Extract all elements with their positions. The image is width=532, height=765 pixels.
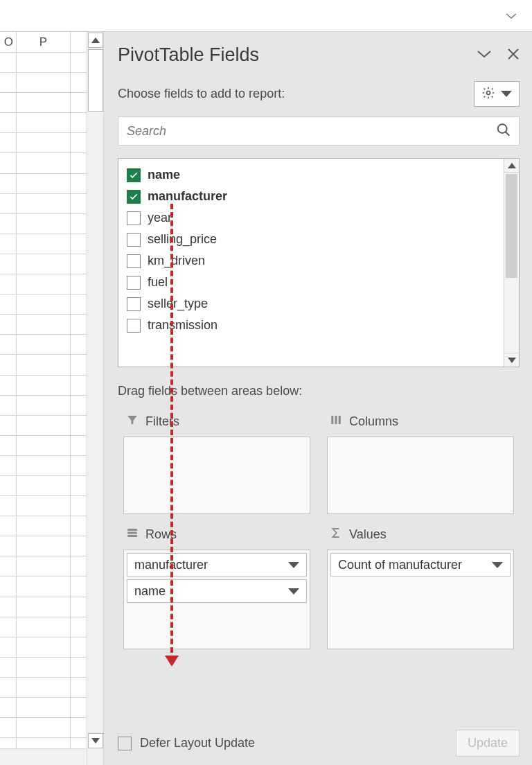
worksheet-area[interactable]: O P [0,32,104,765]
pane-title: PivotTable Fields [118,44,259,66]
checkbox-icon [127,276,141,290]
defer-layout-checkbox[interactable]: Defer Layout Update [118,736,255,750]
rows-area: Rows manufacturername [118,521,316,656]
checkbox-icon [127,190,141,204]
pivottable-fields-pane: PivotTable Fields Choose fields to add t… [104,32,532,765]
fields-scrollbar[interactable] [504,159,519,367]
checkbox-icon [127,319,141,333]
checkbox-icon [127,297,141,311]
row-pill-manufacturer[interactable]: manufacturer [127,553,307,577]
filters-dropzone[interactable] [123,437,310,514]
fields-scroll-thumb[interactable] [506,174,517,278]
pane-subtitle: Choose fields to add to report: [118,87,285,101]
rows-dropzone[interactable]: manufacturername [123,549,310,649]
filters-label: Filters [145,414,179,429]
fields-list[interactable]: namemanufactureryearselling_pricekm_driv… [118,159,504,367]
field-item-km_driven[interactable]: km_driven [123,250,499,272]
rows-label: Rows [145,527,177,542]
field-item-name[interactable]: name [123,164,499,186]
svg-rect-3 [331,416,333,424]
chevron-down-icon [288,588,299,595]
field-item-fuel[interactable]: fuel [123,272,499,293]
chevron-down-icon [501,91,512,97]
svg-point-0 [487,91,490,95]
pane-collapse-button[interactable] [477,49,492,61]
rows-icon [126,527,139,543]
field-item-selling_price[interactable]: selling_price [123,229,499,250]
columns-dropzone[interactable] [327,437,514,514]
svg-rect-8 [127,535,137,537]
columns-area: Columns [321,408,520,521]
field-label: seller_type [148,297,208,311]
pill-label: name [134,584,166,599]
field-label: transmission [148,318,218,333]
svg-line-2 [506,132,510,136]
field-label: selling_price [148,232,217,247]
column-header-o[interactable]: O [0,32,17,52]
fields-scroll-up[interactable] [504,159,519,173]
search-input[interactable] [118,116,520,146]
vertical-scrollbar[interactable] [87,32,103,765]
columns-label: Columns [349,414,398,429]
vscroll-down-button[interactable] [88,733,103,748]
chevron-down-icon [288,562,299,568]
field-label: name [148,168,180,182]
pill-label: Count of manufacturer [338,558,462,572]
filters-area: Filters [118,408,316,521]
field-item-manufacturer[interactable]: manufacturer [123,186,499,207]
checkbox-icon [127,233,141,247]
field-label: km_driven [148,254,205,268]
row-pill-name[interactable]: name [127,579,307,603]
search-icon [496,123,511,140]
filter-icon [126,414,139,430]
value-pill[interactable]: Count of manufacturer [330,553,511,577]
svg-point-1 [498,124,507,133]
gear-icon [481,86,495,102]
field-item-year[interactable]: year [123,207,499,229]
svg-rect-5 [339,416,341,424]
field-label: year [148,211,172,225]
pill-label: manufacturer [134,558,208,572]
ribbon-bar [0,0,532,32]
grid-rows[interactable] [0,53,87,765]
column-header-p[interactable]: P [17,32,71,52]
checkbox-icon [127,168,141,182]
checkbox-icon [127,254,141,268]
svg-rect-7 [127,532,137,534]
drag-areas-label: Drag fields between areas below: [118,384,520,398]
chevron-down-icon [492,562,503,568]
pane-settings-button[interactable] [474,81,520,107]
vscroll-thumb[interactable] [88,49,103,112]
field-item-transmission[interactable]: transmission [123,315,499,336]
values-label: Values [349,527,387,542]
svg-rect-4 [335,416,337,424]
sigma-icon [330,527,342,543]
update-button: Update [456,730,520,757]
defer-layout-label: Defer Layout Update [140,736,255,750]
values-area: Values Count of manufacturer [321,521,520,656]
ribbon-collapse-button[interactable] [506,12,517,19]
checkbox-icon [127,211,141,225]
fields-scroll-down[interactable] [504,353,519,367]
field-label: fuel [148,275,168,290]
field-label: manufacturer [148,189,227,204]
vscroll-up-button[interactable] [88,33,103,48]
svg-rect-6 [127,529,137,531]
columns-icon [330,414,342,430]
pane-close-button[interactable] [507,48,520,62]
values-dropzone[interactable]: Count of manufacturer [327,549,514,649]
field-item-seller_type[interactable]: seller_type [123,293,499,315]
